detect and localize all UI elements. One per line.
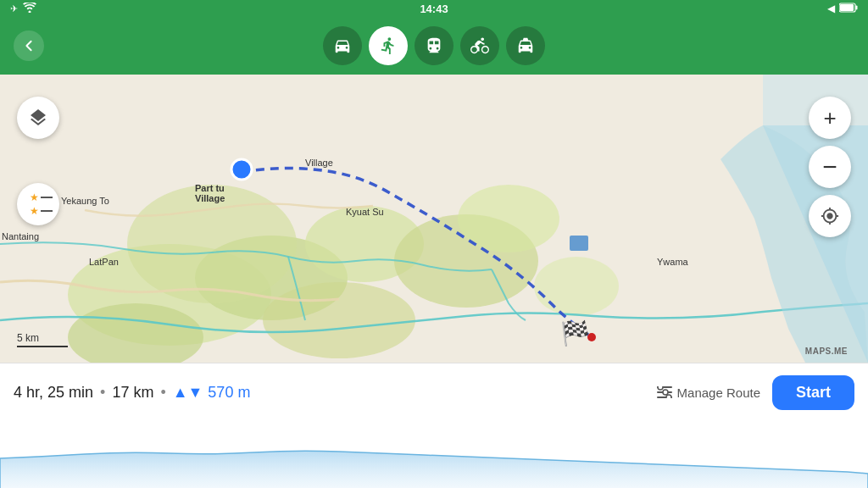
wifi-icon <box>23 3 36 14</box>
elevation-chart <box>0 416 868 488</box>
svg-rect-2 <box>856 6 858 10</box>
route-actions: Manage Route Start <box>657 375 854 410</box>
elevation-arrows: ▲▼ <box>173 384 203 402</box>
svg-point-8 <box>127 185 297 303</box>
status-right-icons: ◀ <box>827 1 858 16</box>
svg-point-20 <box>658 386 663 390</box>
zoom-in-button[interactable]: + <box>809 97 851 139</box>
status-time: 14:43 <box>420 3 448 15</box>
nav-header <box>0 17 868 75</box>
separator-1: • <box>100 384 105 402</box>
favorites-button[interactable]: ★ ★ <box>17 183 59 225</box>
svg-point-22 <box>666 395 671 398</box>
manage-route-label: Manage Route <box>677 385 760 400</box>
location-button[interactable] <box>809 195 851 237</box>
location-icon: ◀ <box>827 3 835 14</box>
svg-rect-16 <box>570 236 588 251</box>
zoom-out-button[interactable]: − <box>809 146 851 188</box>
transport-taxi-button[interactable] <box>506 26 545 65</box>
svg-point-10 <box>263 282 415 358</box>
route-distance: 17 km <box>112 384 153 402</box>
separator-2: • <box>160 384 165 402</box>
route-elevation: 570 m <box>208 384 250 402</box>
transport-transit-button[interactable] <box>415 26 453 65</box>
start-button[interactable]: Start <box>772 375 854 410</box>
svg-rect-1 <box>840 4 854 11</box>
transport-walk-button[interactable] <box>369 26 408 65</box>
plane-icon: ✈ <box>10 3 18 14</box>
route-duration: 4 hr, 25 min <box>14 384 93 402</box>
svg-point-21 <box>663 390 668 395</box>
transport-bike-button[interactable] <box>460 26 499 65</box>
layers-button[interactable] <box>17 97 59 139</box>
status-bar: ✈ 14:43 ◀ <box>0 0 868 17</box>
map-svg: 🏁 <box>0 75 868 363</box>
manage-route-button[interactable]: Manage Route <box>657 385 760 400</box>
scale-line <box>17 346 68 347</box>
route-info: 4 hr, 25 min • 17 km • ▲▼ 570 m Manage R… <box>0 363 868 416</box>
battery-icon <box>839 1 858 16</box>
svg-text:🏁: 🏁 <box>560 319 590 347</box>
svg-point-13 <box>231 159 252 180</box>
svg-point-12 <box>534 257 619 316</box>
back-button[interactable] <box>14 30 44 61</box>
svg-point-15 <box>587 333 596 341</box>
status-left-icons: ✈ <box>10 3 36 14</box>
scale-bar: 5 km <box>17 332 68 347</box>
map-area[interactable]: 🏁 Nantaing Yekaung To LatPan Part tuVill… <box>0 75 868 363</box>
maps-me-label: MAPS.ME <box>805 347 848 356</box>
scale-text: 5 km <box>17 332 39 344</box>
transport-car-button[interactable] <box>323 26 362 65</box>
bottom-panel: 4 hr, 25 min • 17 km • ▲▼ 570 m Manage R… <box>0 363 868 488</box>
